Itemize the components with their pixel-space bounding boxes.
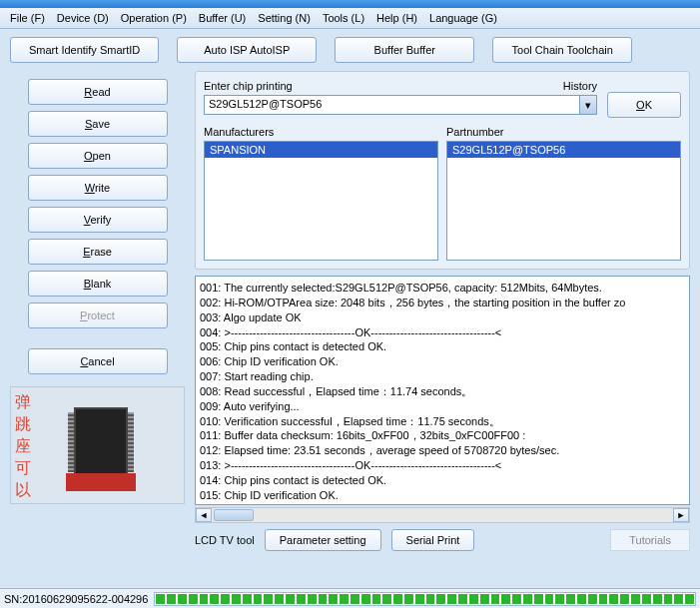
scrollbar-horizontal[interactable]: ◄ ►	[195, 507, 690, 523]
log-line: 012: Elapsed time: 23.51 seconds，average…	[200, 443, 685, 458]
cancel-button[interactable]: Cancel	[28, 348, 168, 374]
serial-print-button[interactable]: Serial Print	[391, 529, 475, 551]
partnumber-label: Partnumber	[446, 126, 681, 138]
log-output[interactable]: 001: The currently selected:S29GL512P@TS…	[195, 276, 690, 505]
chip-select-panel: Enter chip printing History S29GL512P@TS…	[195, 71, 690, 270]
tutorials-button[interactable]: Tutorials	[610, 529, 690, 551]
log-line: 005: Chip pins contact is detected OK.	[200, 339, 685, 354]
log-line: 016: Start writing chip......	[200, 503, 685, 505]
partnumber-listbox[interactable]: S29GL512P@TSOP56	[446, 141, 681, 261]
save-button[interactable]: Save	[28, 111, 168, 137]
menu-device[interactable]: Device (D)	[53, 10, 113, 26]
chip-value: S29GL512P@TSOP56	[209, 98, 322, 110]
log-line: 015: Chip ID verification OK.	[200, 488, 685, 503]
menu-operation[interactable]: Operation (P)	[117, 10, 191, 26]
protect-button: Protect	[28, 303, 168, 328]
ok-button[interactable]: OK	[607, 92, 681, 118]
blank-button[interactable]: Blank	[28, 271, 168, 297]
scroll-left-icon[interactable]: ◄	[196, 508, 212, 522]
overlay-text: 弹跳座可以任意摆放	[15, 391, 35, 504]
statusbar: SN:20160629095622-004296	[0, 588, 700, 608]
log-line: 008: Read successful，Elapsed time：11.74 …	[200, 384, 685, 399]
menu-setting[interactable]: Setting (N)	[254, 10, 315, 26]
scroll-thumb[interactable]	[214, 509, 254, 521]
menu-tools[interactable]: Tools (L)	[319, 10, 368, 26]
menu-help[interactable]: Help (H)	[372, 10, 421, 26]
menu-buffer[interactable]: Buffer (U)	[195, 10, 250, 26]
menu-file[interactable]: File (F)	[6, 10, 49, 26]
list-item[interactable]: SPANSION	[205, 142, 437, 158]
serial-number: SN:20160629095622-004296	[4, 593, 148, 605]
chevron-down-icon[interactable]: ▾	[579, 96, 596, 114]
parameter-setting-button[interactable]: Parameter setting	[265, 529, 381, 551]
enter-chip-label: Enter chip printing	[204, 80, 293, 92]
lcd-tv-tool-label: LCD TV tool	[195, 534, 255, 546]
menubar: File (F) Device (D) Operation (P) Buffer…	[0, 8, 700, 29]
log-line: 002: Hi-ROM/OTPArea size: 2048 bits，256 …	[200, 296, 685, 310]
toolbar: Smart Identify SmartID Auto ISP AutoISP …	[0, 29, 700, 71]
manufacturers-label: Manufacturers	[204, 126, 438, 138]
progress-bar	[154, 592, 696, 606]
list-item[interactable]: S29GL512P@TSOP56	[447, 142, 680, 158]
auto-isp-button[interactable]: Auto ISP AutoISP	[177, 37, 317, 63]
log-line: 011: Buffer data checksum: 16bits_0xFF00…	[200, 428, 685, 443]
log-line: 009: Auto verifying...	[200, 399, 685, 414]
log-line: 003: Algo update OK	[200, 310, 685, 325]
read-button[interactable]: Read	[28, 79, 168, 105]
log-line: 010: Verification successful，Elapsed tim…	[200, 414, 685, 429]
log-line: 004: >----------------------------------…	[200, 325, 685, 340]
buffer-button[interactable]: Buffer Buffer	[335, 37, 474, 63]
chip-combobox[interactable]: S29GL512P@TSOP56 ▾	[204, 95, 597, 115]
erase-button[interactable]: Erase	[28, 239, 168, 265]
log-line: 014: Chip pins contact is detected OK.	[200, 473, 685, 488]
open-button[interactable]: Open	[28, 143, 168, 169]
toolchain-button[interactable]: Tool Chain Toolchain	[492, 37, 632, 63]
verify-button[interactable]: Verify	[28, 207, 168, 233]
log-line: 006: Chip ID verification OK.	[200, 354, 685, 369]
device-image: 弹跳座可以任意摆放	[10, 386, 185, 504]
log-line: 013: >----------------------------------…	[200, 458, 685, 473]
smart-identify-button[interactable]: Smart Identify SmartID	[10, 37, 159, 63]
scroll-right-icon[interactable]: ►	[673, 508, 689, 522]
log-line: 001: The currently selected:S29GL512P@TS…	[200, 281, 685, 296]
history-label: History	[563, 80, 597, 92]
write-button[interactable]: Write	[28, 175, 168, 201]
menu-language[interactable]: Language (G)	[425, 10, 501, 26]
log-line: 007: Start reading chip.	[200, 369, 685, 384]
manufacturers-listbox[interactable]: SPANSION	[204, 141, 438, 261]
